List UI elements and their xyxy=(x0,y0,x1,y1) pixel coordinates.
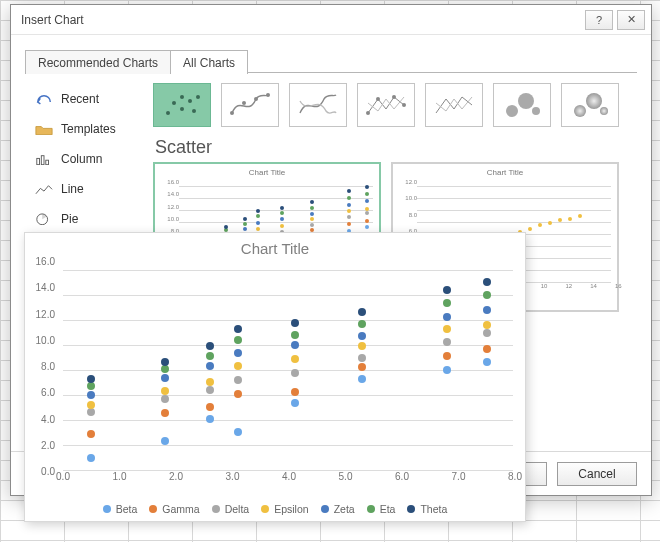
subtype-scatter-lines[interactable] xyxy=(425,83,483,127)
sidebar-item-label: Line xyxy=(61,182,84,196)
sidebar-item-label: Column xyxy=(61,152,102,166)
sidebar-item-label: Recent xyxy=(61,92,99,106)
sidebar-item-line[interactable]: Line xyxy=(35,179,149,199)
subtype-scatter[interactable] xyxy=(153,83,211,127)
chart-title: Chart Title xyxy=(25,233,525,261)
svg-point-24 xyxy=(532,107,540,115)
preview-title: Chart Title xyxy=(399,168,611,177)
svg-point-26 xyxy=(586,93,602,109)
recent-icon xyxy=(35,92,53,106)
help-icon: ? xyxy=(596,14,602,26)
subtype-bubble[interactable] xyxy=(493,83,551,127)
svg-point-12 xyxy=(192,109,196,113)
svg-point-15 xyxy=(242,101,246,105)
dialog-title: Insert Chart xyxy=(21,13,581,27)
svg-point-18 xyxy=(366,111,370,115)
plot-area xyxy=(63,263,513,471)
line-icon xyxy=(35,182,53,196)
subtype-title: Scatter xyxy=(155,137,633,158)
tabstrip: Recommended Charts All Charts xyxy=(25,47,637,73)
svg-rect-0 xyxy=(37,158,40,164)
svg-point-16 xyxy=(254,97,258,101)
svg-point-19 xyxy=(376,97,380,101)
column-icon xyxy=(35,152,53,166)
sidebar-item-templates[interactable]: Templates xyxy=(35,119,149,139)
subtype-scatter-smooth-markers[interactable] xyxy=(221,83,279,127)
tab-recommended[interactable]: Recommended Charts xyxy=(25,50,171,74)
sidebar-item-recent[interactable]: Recent xyxy=(35,89,149,109)
subtype-scatter-smooth[interactable] xyxy=(289,83,347,127)
svg-rect-1 xyxy=(41,155,44,164)
svg-point-14 xyxy=(230,111,234,115)
svg-point-7 xyxy=(166,111,170,115)
svg-rect-2 xyxy=(46,160,49,164)
cancel-button[interactable]: Cancel xyxy=(557,462,637,486)
sidebar-item-pie[interactable]: Pie xyxy=(35,209,149,229)
svg-point-10 xyxy=(180,95,184,99)
subtype-bubble-3d[interactable] xyxy=(561,83,619,127)
svg-point-17 xyxy=(266,93,270,97)
sidebar-item-label: Pie xyxy=(61,212,78,226)
close-button[interactable]: ✕ xyxy=(617,10,645,30)
svg-point-8 xyxy=(172,101,176,105)
chart-subtype-strip xyxy=(153,83,633,127)
subtype-scatter-lines-markers[interactable] xyxy=(357,83,415,127)
svg-point-11 xyxy=(188,99,192,103)
pie-icon xyxy=(35,212,53,226)
close-icon: ✕ xyxy=(627,13,636,26)
svg-point-23 xyxy=(518,93,534,109)
svg-point-13 xyxy=(196,95,200,99)
svg-point-20 xyxy=(392,95,396,99)
svg-point-22 xyxy=(506,105,518,117)
svg-point-27 xyxy=(600,107,608,115)
svg-point-25 xyxy=(574,105,586,117)
svg-point-9 xyxy=(180,107,184,111)
titlebar: Insert Chart ? ✕ xyxy=(11,5,651,35)
folder-icon xyxy=(35,122,53,136)
legend: BetaGammaDeltaEpsilonZetaEtaTheta xyxy=(25,503,525,515)
sidebar-item-column[interactable]: Column xyxy=(35,149,149,169)
chart-preview-popup: Chart Title 0.02.04.06.08.010.012.014.01… xyxy=(24,232,526,522)
sidebar-item-label: Templates xyxy=(61,122,116,136)
svg-point-21 xyxy=(402,103,406,107)
tab-all-charts[interactable]: All Charts xyxy=(170,50,248,74)
help-button[interactable]: ? xyxy=(585,10,613,30)
preview-title: Chart Title xyxy=(161,168,373,177)
